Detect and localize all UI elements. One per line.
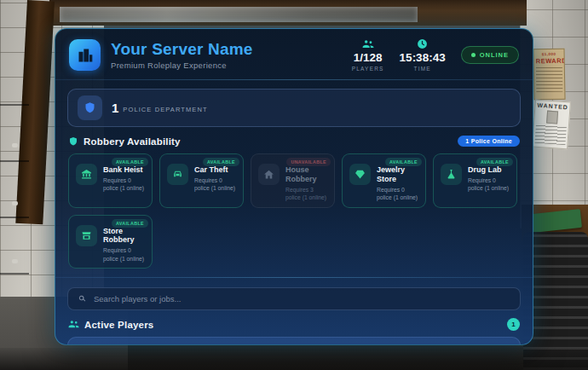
reward-poster: $1,000 REWARD xyxy=(533,49,565,101)
active-players-header-left: Active Players xyxy=(68,320,153,330)
active-players-header: Active Players 1 xyxy=(55,318,533,331)
bank-icon xyxy=(76,164,97,185)
section-divider xyxy=(55,277,533,278)
player-row[interactable]: ihebihebiheb iheb LAW ENFORCEMENT ID: 1 … xyxy=(67,337,521,345)
search-bar[interactable] xyxy=(67,287,521,310)
robbery-section-header: Robbery Availability 1 Police Online xyxy=(55,136,533,147)
police-department-bar: 1 POLICE DEPARTMENT xyxy=(67,89,521,127)
availability-badge: AVAILABLE xyxy=(203,158,239,166)
robbery-card-car-theft[interactable]: Car Theft Requires 0 police (1 online) A… xyxy=(159,153,244,208)
police-online-badge: 1 Police Online xyxy=(458,136,520,147)
availability-badge: UNAVAILABLE xyxy=(286,158,331,166)
desk-shadow xyxy=(0,348,588,370)
availability-badge: AVAILABLE xyxy=(112,158,148,166)
server-panel: Your Server Name Premium Roleplay Experi… xyxy=(55,28,533,345)
players-count: 1/128 xyxy=(354,51,383,64)
players-stat: 1/128 PLAYERS xyxy=(352,39,384,72)
time-value: 15:38:43 xyxy=(400,51,446,64)
shield-check-icon xyxy=(68,136,78,147)
flask-icon xyxy=(441,164,462,185)
online-dot-icon xyxy=(471,53,476,57)
window-glass xyxy=(60,7,418,22)
gem-icon xyxy=(349,164,371,185)
robbery-header-left: Robbery Availability xyxy=(68,136,181,147)
reward-amount: $1,000 xyxy=(536,52,562,57)
card-requirement: Requires 0 police (1 online) xyxy=(103,176,146,193)
availability-badge: AVAILABLE xyxy=(385,158,422,166)
robbery-card-drug-lab[interactable]: Drug Lab Requires 0 police (1 online) AV… xyxy=(433,153,517,208)
police-label: POLICE DEPARTMENT xyxy=(123,106,207,113)
wanted-title: WANTED xyxy=(537,102,568,110)
online-label: ONLINE xyxy=(480,51,509,59)
police-count: 1 xyxy=(112,101,118,115)
store-icon xyxy=(76,225,97,246)
online-status-badge: ONLINE xyxy=(461,46,519,64)
time-stat: 15:38:43 TIME xyxy=(400,38,446,72)
robbery-card-jewelry-store[interactable]: Jewelry Store Requires 0 police (1 onlin… xyxy=(342,153,426,208)
header-text: Your Server Name Premium Roleplay Experi… xyxy=(111,40,352,70)
panel-header: Your Server Name Premium Roleplay Experi… xyxy=(55,29,533,79)
availability-badge: AVAILABLE xyxy=(476,158,513,166)
reward-fine-print xyxy=(536,66,563,93)
robbery-card-store-robbery[interactable]: Store Robbery Requires 0 police (1 onlin… xyxy=(68,215,153,269)
police-shield-icon xyxy=(78,95,102,120)
house-icon xyxy=(258,164,280,185)
robbery-card-house-robbery[interactable]: House Robbery Requires 3 police (1 onlin… xyxy=(251,153,335,208)
wanted-poster: WANTED xyxy=(532,100,571,150)
server-title: Your Server Name xyxy=(111,40,352,59)
active-players-count-badge: 1 xyxy=(507,318,520,331)
availability-badge: AVAILABLE xyxy=(112,219,148,228)
reward-title: REWARD xyxy=(536,57,562,66)
robbery-cards-grid: Bank Heist Requires 0 police (1 online) … xyxy=(55,153,533,269)
card-requirement: Requires 0 police (1 online) xyxy=(103,246,146,263)
server-subtitle: Premium Roleplay Experience xyxy=(111,61,352,70)
card-requirement: Requires 0 police (1 online) xyxy=(468,176,510,193)
wanted-fine-print xyxy=(534,124,566,145)
card-body: Jewelry Store Requires 0 police (1 onlin… xyxy=(377,160,419,202)
search-icon xyxy=(78,294,87,304)
users-icon xyxy=(68,320,79,329)
robbery-card-bank-heist[interactable]: Bank Heist Requires 0 police (1 online) … xyxy=(68,153,153,208)
players-label: PLAYERS xyxy=(352,66,384,72)
card-requirement: Requires 0 police (1 online) xyxy=(194,176,237,193)
card-requirement: Requires 0 police (1 online) xyxy=(377,186,419,202)
time-label: TIME xyxy=(413,66,430,72)
header-stats: 1/128 PLAYERS 15:38:43 TIME ONLINE xyxy=(352,38,519,72)
wanted-photo xyxy=(546,111,558,124)
card-body: House Robbery Requires 3 police (1 onlin… xyxy=(285,160,328,202)
header-divider xyxy=(55,79,533,80)
screen: $1,000 REWARD WANTED Your Server Name Pr… xyxy=(0,0,588,370)
car-icon xyxy=(167,164,188,185)
card-requirement: Requires 3 police (1 online) xyxy=(285,186,328,202)
search-input[interactable] xyxy=(94,294,510,304)
drawer-handle xyxy=(12,143,18,147)
active-players-title: Active Players xyxy=(84,320,153,330)
clock-icon xyxy=(417,38,428,49)
players-icon xyxy=(362,39,374,49)
card-body: Store Robbery Requires 0 police (1 onlin… xyxy=(103,222,146,263)
drawer-handle xyxy=(12,201,18,205)
robbery-section-title: Robbery Availability xyxy=(84,136,181,147)
server-logo-icon xyxy=(69,39,101,71)
drawer-handle xyxy=(12,259,18,263)
